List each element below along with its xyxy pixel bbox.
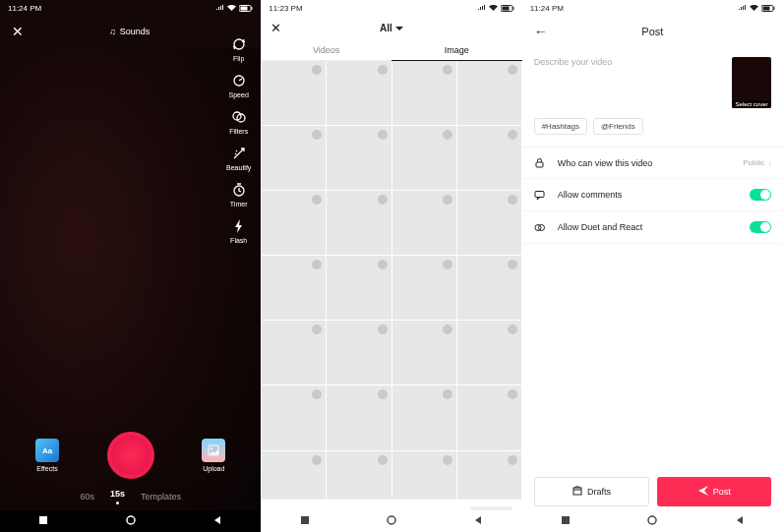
select-circle[interactable] xyxy=(508,325,517,334)
media-cell[interactable] xyxy=(327,126,391,190)
record-button[interactable] xyxy=(107,432,154,479)
filters-button[interactable]: Filters xyxy=(229,108,248,135)
media-cell[interactable] xyxy=(327,191,391,255)
select-circle[interactable] xyxy=(443,455,452,465)
upload-button[interactable]: Upload xyxy=(202,439,225,472)
media-cell[interactable] xyxy=(262,126,326,190)
tab-image[interactable]: Image xyxy=(392,39,522,61)
select-circle[interactable] xyxy=(443,65,452,75)
select-circle[interactable] xyxy=(378,195,388,205)
effects-button[interactable]: AaEffects xyxy=(35,439,59,472)
speed-button[interactable]: Speed xyxy=(229,72,249,98)
sounds-button[interactable]: ♫ Sounds xyxy=(109,27,150,36)
select-circle[interactable] xyxy=(508,389,517,399)
media-cell[interactable] xyxy=(457,321,521,384)
nav-recent-icon[interactable] xyxy=(300,515,310,527)
select-circle[interactable] xyxy=(312,455,322,465)
hashtags-chip[interactable]: #Hashtags xyxy=(534,118,587,135)
media-cell[interactable] xyxy=(457,126,521,190)
comments-toggle[interactable] xyxy=(750,189,771,201)
nav-back-icon[interactable] xyxy=(473,515,483,527)
select-circle[interactable] xyxy=(443,389,452,399)
tab-videos[interactable]: Videos xyxy=(261,39,392,61)
status-time: 11:24 PM xyxy=(8,4,41,13)
description-input[interactable]: Describe your video xyxy=(534,57,724,108)
select-circle[interactable] xyxy=(508,130,517,140)
mode-60s[interactable]: 60s xyxy=(80,492,94,502)
status-icons xyxy=(478,5,514,12)
album-dropdown[interactable]: All xyxy=(380,23,403,33)
select-cover-button[interactable]: Select cover xyxy=(732,57,771,108)
select-circle[interactable] xyxy=(312,65,322,75)
select-circle[interactable] xyxy=(443,325,452,334)
mode-templates[interactable]: Templates xyxy=(141,492,181,502)
sounds-label: Sounds xyxy=(120,27,151,36)
nav-recent-icon[interactable] xyxy=(561,515,571,527)
media-cell[interactable] xyxy=(262,385,326,449)
flash-icon xyxy=(230,217,248,235)
media-cell[interactable] xyxy=(392,256,456,320)
media-cell[interactable] xyxy=(327,321,391,384)
timer-button[interactable]: Timer xyxy=(230,181,248,207)
media-cell[interactable] xyxy=(327,61,391,125)
select-circle[interactable] xyxy=(443,130,452,140)
select-circle[interactable] xyxy=(312,260,322,269)
select-circle[interactable] xyxy=(312,325,322,334)
mode-selector[interactable]: 60s 15s Templates xyxy=(80,489,181,504)
select-circle[interactable] xyxy=(508,195,517,205)
effects-icon: Aa xyxy=(35,439,59,462)
flash-button[interactable]: Flash xyxy=(230,217,248,244)
media-cell[interactable] xyxy=(392,61,456,125)
media-cell[interactable] xyxy=(392,385,456,449)
mode-15s[interactable]: 15s xyxy=(110,489,125,504)
media-cell[interactable] xyxy=(392,126,456,190)
select-circle[interactable] xyxy=(443,260,452,269)
nav-home-icon[interactable] xyxy=(126,515,136,527)
media-cell[interactable] xyxy=(392,321,456,384)
media-cell[interactable] xyxy=(457,385,521,449)
select-circle[interactable] xyxy=(378,130,388,140)
nav-back-icon[interactable] xyxy=(212,515,222,527)
select-circle[interactable] xyxy=(443,195,452,205)
media-cell[interactable] xyxy=(457,256,521,320)
select-circle[interactable] xyxy=(312,389,322,399)
drafts-button[interactable]: Drafts xyxy=(534,477,650,506)
select-circle[interactable] xyxy=(508,65,517,75)
duet-toggle[interactable] xyxy=(750,221,771,233)
nav-back-icon[interactable] xyxy=(735,515,745,527)
select-circle[interactable] xyxy=(378,260,388,269)
select-circle[interactable] xyxy=(378,455,388,465)
select-circle[interactable] xyxy=(378,65,388,75)
beautify-button[interactable]: Beautify xyxy=(226,145,251,171)
close-icon[interactable]: ✕ xyxy=(12,24,24,39)
media-cell[interactable] xyxy=(327,451,391,499)
media-cell[interactable] xyxy=(392,451,456,499)
select-circle[interactable] xyxy=(508,455,517,465)
select-circle[interactable] xyxy=(378,325,388,334)
media-cell[interactable] xyxy=(457,451,521,499)
media-cell[interactable] xyxy=(327,385,391,449)
media-cell[interactable] xyxy=(262,61,326,125)
media-cell[interactable] xyxy=(327,256,391,320)
select-circle[interactable] xyxy=(312,130,322,140)
flip-button[interactable]: Flip xyxy=(230,35,248,62)
friends-chip[interactable]: @Friends xyxy=(593,118,643,135)
media-cell[interactable] xyxy=(262,191,326,255)
privacy-row[interactable]: Who can view this video Public › xyxy=(522,148,783,179)
media-cell[interactable] xyxy=(457,61,521,125)
back-icon[interactable]: ← xyxy=(534,24,548,39)
post-button[interactable]: Post xyxy=(657,477,771,506)
media-cell[interactable] xyxy=(262,451,326,499)
nav-recent-icon[interactable] xyxy=(38,515,48,527)
select-circle[interactable] xyxy=(378,389,388,399)
nav-home-icon[interactable] xyxy=(647,515,657,527)
media-cell[interactable] xyxy=(457,191,521,255)
select-circle[interactable] xyxy=(508,260,517,269)
media-cell[interactable] xyxy=(392,191,456,255)
media-cell[interactable] xyxy=(262,256,326,320)
svg-rect-19 xyxy=(773,7,774,10)
close-icon[interactable]: ✕ xyxy=(271,21,281,35)
select-circle[interactable] xyxy=(312,195,322,205)
nav-home-icon[interactable] xyxy=(387,515,396,527)
media-cell[interactable] xyxy=(262,321,326,384)
